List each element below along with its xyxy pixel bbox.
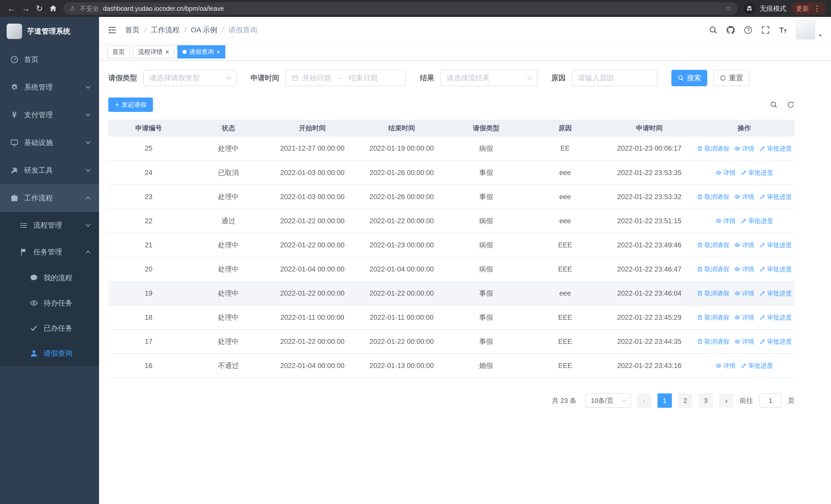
table-row: 16不通过2022-01-04 00:00:002022-01-13 00:00… (108, 354, 795, 378)
cell-applied: 2022-01-22 23:49:46 (605, 233, 694, 257)
action-detail[interactable]: 详情 (716, 217, 736, 225)
breadcrumb-separator: / (184, 26, 186, 34)
sidebar-item-my-processes[interactable]: 我的流程 (0, 265, 99, 291)
action-detail[interactable]: 详情 (734, 193, 754, 201)
sidebar-item-label: 请假查询 (44, 349, 73, 358)
sidebar-item-done-tasks[interactable]: 已办任务 (0, 316, 99, 341)
apply-time-range-picker[interactable]: 开始日期 - 结束日期 (285, 70, 406, 86)
action-cancel-leave[interactable]: 取消请假 (697, 145, 729, 153)
page-button-1[interactable]: 1 (658, 393, 672, 408)
table-toolbar: + 发起请假 (108, 97, 795, 112)
action-approval-progress[interactable]: 审批进度 (760, 265, 792, 273)
cell-status: 通过 (189, 209, 268, 233)
breadcrumb-separator: / (144, 26, 146, 34)
tab-leave-query[interactable]: 请假查询× (177, 45, 225, 59)
action-detail[interactable]: 详情 (734, 241, 754, 249)
close-icon[interactable]: × (165, 49, 169, 55)
browser-menu-icon[interactable]: ⋮ (813, 5, 821, 12)
action-detail[interactable]: 详情 (716, 169, 736, 177)
trash-icon (697, 194, 703, 200)
action-detail[interactable]: 详情 (734, 337, 754, 346)
browser-reload-icon[interactable]: ↻ (36, 4, 43, 12)
prev-page-button[interactable]: ‹ (637, 393, 651, 408)
row-actions: 取消请假详情审批进度 (694, 265, 795, 273)
table-header-row: 申请编号状态开始时间结束时间请假类型原因申请时间操作 (108, 120, 795, 137)
action-approval-progress[interactable]: 审批进度 (741, 169, 773, 177)
action-detail[interactable]: 详情 (734, 265, 754, 273)
apply-time-label: 申请时间 (251, 73, 279, 83)
create-leave-button[interactable]: + 发起请假 (108, 97, 153, 112)
breadcrumb-item[interactable]: OA 示例 (191, 25, 218, 35)
action-detail[interactable]: 详情 (716, 362, 736, 370)
security-warning-icon[interactable]: ⚠ (69, 5, 76, 12)
action-approval-progress[interactable]: 审批进度 (741, 362, 773, 370)
tab-label: 请假查询 (189, 48, 214, 56)
avatar[interactable] (796, 21, 815, 39)
browser-forward-icon[interactable]: → (22, 4, 30, 12)
bookmark-star-icon[interactable]: ☆ (725, 5, 732, 12)
browser-home-icon[interactable] (49, 4, 57, 12)
sidebar-item-devtools[interactable]: 研发工具 (0, 156, 99, 184)
action-cancel-leave[interactable]: 取消请假 (697, 313, 729, 322)
action-detail[interactable]: 详情 (734, 289, 754, 297)
table-row: 19处理中2022-01-22 00:00:002022-01-22 00:00… (108, 281, 795, 305)
action-label: 详情 (742, 337, 754, 346)
action-approval-progress[interactable]: 审批进度 (760, 193, 792, 201)
breadcrumb-item[interactable]: 首页 (125, 25, 140, 35)
search-button[interactable]: 搜索 (671, 70, 707, 86)
github-icon[interactable] (726, 26, 735, 34)
sidebar-item-workflow[interactable]: 工作流程 (0, 184, 99, 212)
sidebar-item-payment-management[interactable]: 支付管理 (0, 101, 99, 129)
breadcrumb-item[interactable]: 工作流程 (151, 25, 180, 35)
action-approval-progress[interactable]: 审批进度 (760, 241, 792, 249)
sidebar-item-todo-tasks[interactable]: 待办任务 (0, 291, 99, 316)
action-detail[interactable]: 详情 (734, 145, 754, 153)
goto-page-input[interactable] (759, 393, 782, 408)
action-detail[interactable]: 详情 (734, 313, 754, 322)
action-cancel-leave[interactable]: 取消请假 (697, 265, 729, 273)
sidebar-item-system-management[interactable]: 系统管理 (0, 73, 99, 101)
leave-type-select[interactable]: 请选择请假类型 (143, 70, 237, 86)
leave-table: 申请编号状态开始时间结束时间请假类型原因申请时间操作 25处理中2021-12-… (108, 120, 795, 378)
sidebar-item-task-management[interactable]: 任务管理 (0, 239, 99, 265)
update-button[interactable]: 更新 ⋮ (791, 2, 826, 14)
reason-input[interactable] (572, 70, 658, 86)
reset-button[interactable]: 重置 (713, 70, 749, 86)
action-approval-progress[interactable]: 审批进度 (741, 217, 773, 225)
trash-icon (697, 146, 703, 152)
user-menu[interactable] (796, 21, 823, 39)
page-button-2[interactable]: 2 (678, 393, 692, 408)
action-approval-progress[interactable]: 审批进度 (760, 289, 792, 297)
result-select[interactable]: 请选择流结果 (440, 70, 537, 86)
toggle-search-icon[interactable] (770, 101, 778, 109)
tabs-bar: 首页流程详情×请假查询× (99, 43, 831, 61)
close-icon[interactable]: × (216, 49, 220, 55)
sidebar-toggle-icon[interactable] (107, 25, 117, 35)
action-label: 审批进度 (748, 362, 773, 370)
refresh-table-icon[interactable] (787, 101, 795, 109)
page-button-3[interactable]: 3 (698, 393, 713, 408)
tab-process-detail[interactable]: 流程详情× (133, 45, 174, 59)
sidebar-item-label: 支付管理 (24, 110, 53, 120)
fullscreen-icon[interactable] (761, 26, 770, 34)
action-approval-progress[interactable]: 审批进度 (760, 145, 792, 153)
action-label: 取消请假 (705, 289, 729, 297)
font-size-icon[interactable] (779, 26, 787, 34)
help-icon[interactable] (744, 26, 752, 34)
action-approval-progress[interactable]: 审批进度 (760, 337, 792, 346)
action-cancel-leave[interactable]: 取消请假 (697, 337, 729, 346)
sidebar-item-process-management[interactable]: 流程管理 (0, 212, 99, 239)
sidebar-item-infrastructure[interactable]: 基础设施 (0, 129, 99, 156)
page-size-select[interactable]: 10条/页 (586, 393, 631, 408)
sidebar-item-leave-query[interactable]: 请假查询 (0, 341, 99, 366)
url-bar[interactable]: ⚠ 不安全 dashboard.yudao.iocoder.cn/bpm/oa/… (63, 2, 738, 14)
sidebar-item-home[interactable]: 首页 (0, 46, 99, 73)
action-cancel-leave[interactable]: 取消请假 (697, 241, 729, 249)
tab-home[interactable]: 首页 (107, 45, 130, 59)
next-page-button[interactable]: › (719, 393, 734, 408)
action-approval-progress[interactable]: 审批进度 (760, 313, 792, 322)
action-cancel-leave[interactable]: 取消请假 (697, 193, 729, 201)
browser-back-icon[interactable]: ← (7, 4, 16, 12)
header-search-icon[interactable] (709, 26, 718, 34)
action-cancel-leave[interactable]: 取消请假 (697, 289, 729, 297)
